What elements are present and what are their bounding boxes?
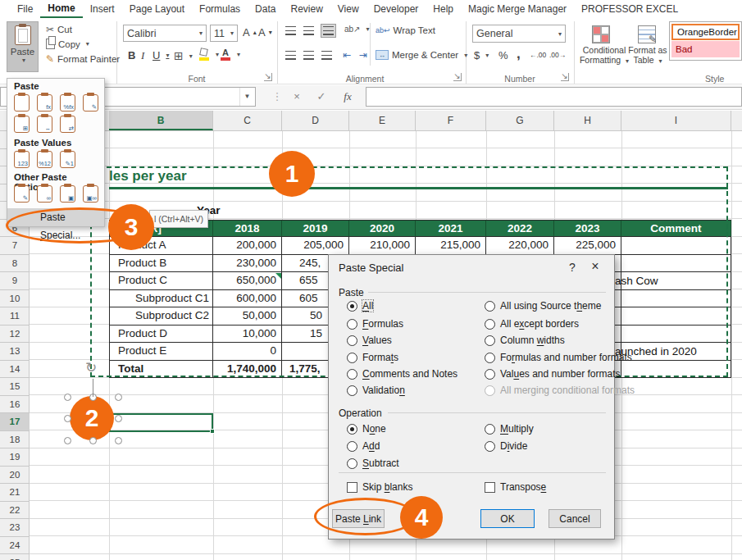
alignment-dialog-launcher[interactable]: ↘ [453,73,462,81]
number-dialog-launcher[interactable]: ↘ [561,73,569,81]
cell-r11c0[interactable]: 50,000 [213,307,282,326]
paste-formulas-icon[interactable]: fx [37,94,52,112]
cell-r11c6[interactable] [621,307,731,326]
tab-page-layout[interactable]: Page Layout [122,1,192,17]
column-header-C[interactable]: C [213,111,282,130]
cell-r14c6[interactable] [621,361,731,379]
cancel-entry-icon[interactable]: × [287,87,307,107]
row-header-12[interactable]: 12 [0,326,30,344]
shape-resize-handle[interactable] [64,437,71,444]
radio-icon[interactable] [485,441,495,452]
grow-font-button[interactable]: A▴ [243,26,257,39]
shape-rotate-handle-icon[interactable]: ↻ [85,361,97,375]
shape-resize-handle[interactable] [89,437,97,444]
radio-option-none[interactable]: None [347,423,386,435]
cell-r12c6[interactable] [621,326,731,344]
formula-input[interactable] [366,87,742,107]
cell-r9c0[interactable]: 650,000 [213,272,282,290]
radio-icon[interactable] [347,319,357,330]
paste-formulas-number-formatting-icon[interactable]: %fx [60,94,75,112]
row-header-15[interactable]: 15 [0,378,30,396]
tab-formulas[interactable]: Formulas [192,1,248,17]
tab-file[interactable]: File [10,1,40,17]
radio-option-formulas-and-number-formats[interactable]: Formulas and number formats [485,352,632,363]
chevron-down-icon[interactable]: ▼ [239,88,254,106]
row-header-23[interactable]: 23 [0,519,30,537]
align-right-button[interactable] [321,51,332,60]
paste-picture-icon[interactable]: ▣ [60,185,75,203]
cell-product-name[interactable]: Product D [109,326,213,344]
radio-icon[interactable] [347,369,357,380]
borders-button[interactable]: ⊞▾ [174,49,193,62]
radio-option-subtract[interactable]: Subtract [347,458,399,469]
row-header-19[interactable]: 19 [0,448,30,467]
cell-product-name[interactable]: Product B [109,255,213,273]
column-header-D[interactable]: D [282,111,349,130]
underline-button[interactable]: U▾ [152,49,169,61]
accounting-format-button[interactable]: $▾ [474,49,489,61]
shape-resize-handle[interactable] [115,394,122,401]
tab-data[interactable]: Data [248,1,283,17]
comma-style-button[interactable]: , [517,46,521,62]
tab-view[interactable]: View [330,1,366,17]
copy-button[interactable]: Copy ▾ [46,39,89,49]
radio-option-multiply[interactable]: Multiply [485,423,534,435]
radio-option-comments-and-notes[interactable]: Comments and Notes [347,368,457,380]
paste-button[interactable]: Paste ▾ [7,21,39,72]
checkbox-transpose[interactable]: Transpose [485,481,546,493]
ok-button[interactable]: OK [480,509,535,528]
tab-home[interactable]: Home [40,0,82,19]
row-header-7[interactable]: 7 [0,237,30,255]
row-header-24[interactable]: 24 [0,537,30,555]
paste-formatting-icon[interactable]: ✎ [14,185,30,203]
row-header-25[interactable]: 25 [0,554,30,560]
row-header-18[interactable]: 18 [0,431,30,449]
orientation-button[interactable]: ab↗▾ [344,25,370,34]
shrink-font-button[interactable]: A▾ [258,26,272,39]
tab-developer[interactable]: Developer [366,1,426,17]
row-header-20[interactable]: 20 [0,467,30,485]
tab-magic-merge-manager[interactable]: Magic Merge Manager [461,1,574,17]
align-bottom-button[interactable] [321,25,335,37]
radio-icon[interactable] [485,424,495,435]
radio-icon[interactable] [347,353,357,363]
row-header-21[interactable]: 21 [0,484,30,502]
radio-icon[interactable] [485,319,495,330]
style-bad[interactable]: Bad [671,41,740,57]
radio-option-values-and-number-formats[interactable]: Values and number formats [485,368,621,380]
radio-option-values[interactable]: Values [347,335,392,346]
cell-r7c5[interactable]: 225,000 [554,237,621,255]
cell-product-name[interactable]: Subproduct C2 [109,307,213,326]
radio-option-column-widths[interactable]: Column widths [485,335,565,346]
radio-icon[interactable] [485,301,495,312]
radio-option-all-except-borders[interactable]: All except borders [485,318,579,330]
radio-icon[interactable] [485,369,495,380]
align-center-button[interactable] [303,51,314,60]
decrease-decimal-button[interactable]: .00→ [549,51,566,59]
checkbox-skip-blanks[interactable]: Skip blanks [347,481,412,493]
font-color-button[interactable]: A▾ [220,48,240,61]
bold-button[interactable]: B [128,49,135,61]
radio-option-formats[interactable]: Formats [347,352,398,363]
row-header-22[interactable]: 22 [0,502,30,520]
shape-resize-handle[interactable] [115,415,122,422]
keep-source-formatting-icon[interactable]: ✎ [83,94,98,112]
shape-resize-handle[interactable] [115,437,122,444]
radio-icon[interactable] [485,335,495,346]
column-header-G[interactable]: G [486,111,554,130]
radio-icon[interactable] [485,385,495,396]
format-painter-button[interactable]: ✎ Format Painter [46,53,120,65]
cell-r7c2[interactable]: 210,000 [349,237,416,255]
radio-option-all[interactable]: All [347,300,373,312]
values-number-formatting-icon[interactable]: %12 [37,151,52,168]
paste-icon[interactable] [14,94,30,112]
column-header-B[interactable]: B [109,111,213,130]
tab-review[interactable]: Review [283,1,330,17]
paste-transpose-icon[interactable]: ⇄ [60,116,75,133]
column-header-F[interactable]: F [416,111,486,130]
row-header-14[interactable]: 14 [0,361,30,379]
cancel-button[interactable]: Cancel [549,509,601,528]
radio-icon[interactable] [347,424,357,435]
font-name-select[interactable]: Calibri▾ [123,25,207,42]
radio-icon[interactable] [347,301,357,312]
